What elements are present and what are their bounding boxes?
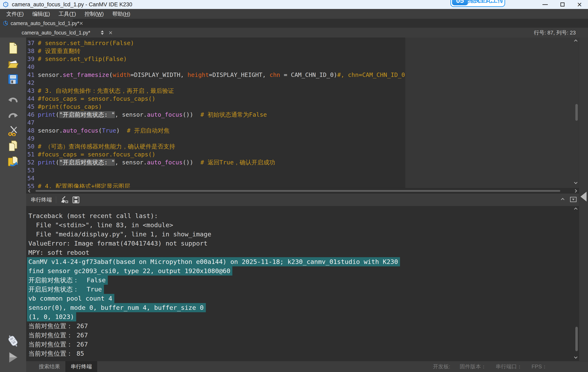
new-file-button[interactable] [0, 40, 26, 56]
code-line[interactable]: 54 [26, 174, 588, 182]
code-line[interactable]: 37# sensor.set_hmirror(False) [26, 39, 588, 47]
bottom-tab-search-results[interactable]: 搜索结果 [33, 361, 65, 372]
code-text: # 3. 自动对焦操作：先查状态，再开启，最后验证 [38, 87, 174, 95]
editor-hscroll-thumb[interactable] [35, 190, 560, 192]
code-line[interactable]: 51#focus_caps = sensor.focus_caps() [26, 151, 588, 159]
code-line[interactable]: 48sensor.auto_focus(True) # 开启自动对焦 [26, 127, 588, 135]
redo-button[interactable] [0, 107, 26, 123]
menu-help[interactable]: 帮助(H) [108, 10, 135, 18]
status-fps: FPS： [531, 363, 547, 370]
code-line[interactable]: 49 [26, 135, 588, 142]
close-button[interactable]: × [577, 0, 582, 9]
line-number: 53 [26, 166, 38, 174]
upload-badge[interactable]: 05 拖拽至此上传 [450, 0, 505, 7]
code-text: #focus_caps = sensor.focus_caps() [38, 95, 155, 103]
document-tab[interactable]: camera_auto_focus_lcd_1.py* × [0, 19, 73, 28]
copy-icon [8, 140, 18, 152]
code-line[interactable]: 45#print(focus_caps) [26, 103, 588, 111]
code-line[interactable]: 50# （可选）查询传感器对焦能力，确认硬件是否支持 [26, 142, 588, 151]
terminal-line: File "media/display.py", line 1, in show… [26, 230, 588, 239]
terminal-line: Traceback (most recent call last): [26, 211, 588, 221]
line-number: 37 [26, 39, 38, 47]
code-text: # sensor.set_hmirror(False) [38, 39, 134, 47]
terminal-rows: Traceback (most recent call last): File … [26, 206, 588, 358]
code-line[interactable]: 53 [26, 166, 588, 174]
status-group: 开发板:固件版本：串行端口：FPS： [433, 363, 588, 370]
bottom-tab-serial-terminal[interactable]: 串行终端 [65, 361, 97, 372]
redo-icon [7, 110, 19, 120]
terminal-line: 开启后对焦状态： True [26, 285, 588, 294]
menu-edit[interactable]: 编辑(E) [28, 10, 54, 18]
terminal-vertical-scrollbar[interactable] [575, 327, 578, 351]
maximize-button[interactable] [560, 2, 565, 7]
minimize-button[interactable] [543, 4, 548, 5]
undo-button[interactable] [0, 92, 26, 107]
right-panel-strip [579, 38, 588, 361]
connect-board-button[interactable] [0, 334, 26, 348]
code-line[interactable]: 42 [26, 79, 588, 87]
cursor-position-indicator: 行号: 87, 列号: 23 [534, 29, 576, 36]
run-script-button[interactable] [0, 352, 26, 363]
clear-terminal-button[interactable] [60, 196, 68, 204]
menu-tools[interactable]: 工具(T) [54, 10, 80, 18]
cut-button[interactable] [0, 123, 26, 138]
terminal-line: 当前对焦位置： 267 [26, 340, 588, 349]
code-text: print("开启前对焦状态: ", sensor.auto_focus()) … [38, 111, 267, 119]
collapse-terminal-icon[interactable] [561, 198, 565, 201]
file-close-icon[interactable]: × [109, 29, 113, 36]
code-text: sensor.set_framesize(width=DISPLAY_WIDTH… [38, 71, 405, 79]
left-toolbar [0, 38, 26, 372]
terminal-header: 串行终端 [26, 193, 588, 206]
canmv-ide-window: camera_auto_focus_lcd_1.py - CanMV IDE K… [0, 0, 588, 372]
terminal-line: CanMV v1.4-24-gf73abaf(based on Micropyt… [26, 257, 588, 266]
menu-file[interactable]: 文件(F) [2, 10, 28, 18]
serial-terminal-output[interactable]: Traceback (most recent call last): File … [26, 206, 588, 361]
terminal-line: 当前对焦位置： 267 [26, 322, 588, 331]
code-text: print("开启后对焦状态: ", sensor.auto_focus()) … [38, 159, 275, 166]
window-title: camera_auto_focus_lcd_1.py - CanMV IDE K… [12, 1, 132, 8]
terminal-line: (1, 0, 1023) [26, 312, 588, 322]
line-number: 50 [26, 142, 38, 151]
line-number: 54 [26, 174, 38, 182]
code-line[interactable]: 39# sensor.set_vflip(False) [26, 55, 588, 63]
open-folder-icon [7, 58, 19, 69]
code-line[interactable]: 46print("开启前对焦状态: ", sensor.auto_focus()… [26, 111, 588, 119]
code-editor[interactable]: 37# sensor.set_hmirror(False)38# 设置垂直翻转3… [26, 38, 588, 193]
save-icon [8, 74, 19, 85]
open-file-button[interactable] [0, 56, 26, 71]
line-number: 46 [26, 111, 38, 119]
copy-button[interactable] [0, 138, 26, 154]
menu-control[interactable]: 控制(W) [80, 10, 108, 18]
editor-scroll-left-icon[interactable] [28, 189, 32, 193]
code-text: # sensor.set_vflip(False) [38, 55, 127, 63]
line-number: 44 [26, 95, 38, 103]
code-line[interactable]: 47 [26, 119, 588, 127]
line-number: 38 [26, 47, 38, 55]
editor-horizontal-scrollbar[interactable] [26, 188, 579, 193]
save-file-button[interactable] [0, 71, 26, 87]
divider [56, 196, 56, 203]
code-line[interactable]: 44#focus_caps = sensor.focus_caps() [26, 95, 588, 103]
tab-close-icon[interactable]: × [79, 20, 83, 27]
code-text: #focus_caps = sensor.focus_caps() [38, 151, 155, 159]
code-text: #print(focus_caps) [38, 103, 102, 111]
expand-right-panel-handle[interactable] [580, 192, 587, 201]
editor-scroll-right-icon[interactable] [574, 189, 577, 193]
paste-button[interactable] [0, 154, 26, 169]
code-line[interactable]: 38# 设置垂直翻转 [26, 47, 588, 55]
main-area: 37# sensor.set_hmirror(False)38# 设置垂直翻转3… [26, 38, 588, 372]
save-log-button[interactable] [73, 196, 79, 203]
upload-badge-label: 拖拽至此上传 [468, 0, 504, 4]
document-tab-bar: camera_auto_focus_lcd_1.py* × [0, 19, 588, 28]
code-line[interactable]: 41sensor.set_framesize(width=DISPLAY_WID… [26, 71, 588, 79]
code-line[interactable]: 43# 3. 自动对焦操作：先查状态，再开启，最后验证 [26, 87, 588, 95]
editor-vertical-scrollbar[interactable] [575, 104, 578, 121]
code-line[interactable]: 40 [26, 63, 588, 71]
canmv-file-icon [3, 20, 8, 26]
status-port: 串行端口： [495, 363, 522, 370]
code-line[interactable]: 52print("开启后对焦状态: ", sensor.auto_focus()… [26, 159, 588, 166]
file-selector-spinner-icon[interactable] [101, 30, 104, 35]
open-file-selector[interactable]: camera_auto_focus_lcd_1.py* × [22, 29, 113, 36]
line-number: 43 [26, 87, 38, 95]
dock-terminal-icon[interactable] [570, 197, 577, 202]
